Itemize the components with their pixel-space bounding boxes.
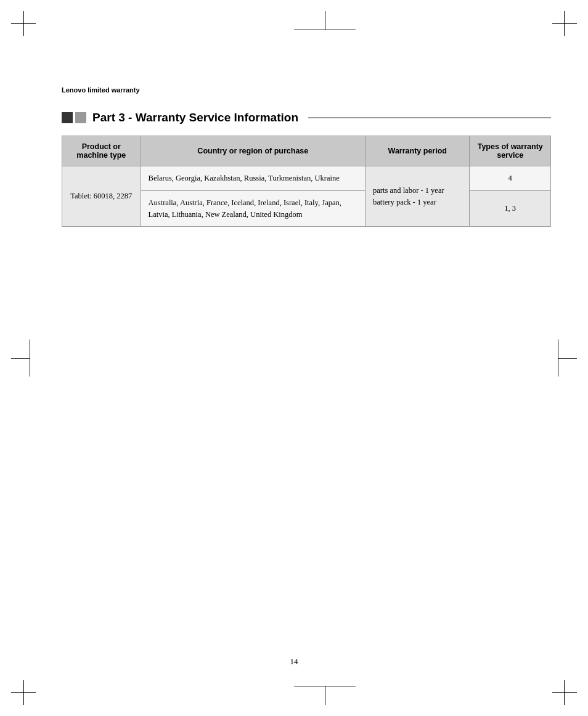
country-cell-2: Australia, Austria, France, Iceland, Ire… — [141, 190, 365, 227]
types-cell-1: 4 — [470, 166, 551, 191]
brand-label: Lenovo limited warranty — [62, 86, 551, 94]
crop-mark-tl — [11, 11, 48, 48]
section-header: Part 3 - Warranty Service Information — [62, 111, 551, 124]
table-row: Tablet: 60018, 2287 Belarus, Georgia, Ka… — [62, 166, 551, 191]
section-squares — [62, 112, 86, 123]
warranty-table: Product or machine type Country or regio… — [62, 136, 551, 227]
types-cell-2: 1, 3 — [470, 190, 551, 227]
crop-mark-bl — [11, 668, 48, 705]
section-title: Part 3 - Warranty Service Information — [92, 111, 298, 124]
col-header-warranty: Warranty period — [365, 136, 470, 166]
warranty-period-cell: parts and labor - 1 year battery pack - … — [365, 166, 470, 227]
crop-mark-br — [540, 668, 577, 705]
product-type-cell: Tablet: 60018, 2287 — [62, 166, 141, 227]
col-header-country: Country or region of purchase — [141, 136, 365, 166]
page-number: 14 — [290, 657, 298, 667]
table-header-row: Product or machine type Country or regio… — [62, 136, 551, 166]
square-dark-icon — [62, 112, 73, 123]
crop-mark-tr — [540, 11, 577, 48]
section-divider — [308, 117, 551, 118]
col-header-types: Types of warranty service — [470, 136, 551, 166]
country-cell-1: Belarus, Georgia, Kazakhstan, Russia, Tu… — [141, 166, 365, 191]
square-light-icon — [75, 112, 86, 123]
col-header-product: Product or machine type — [62, 136, 141, 166]
